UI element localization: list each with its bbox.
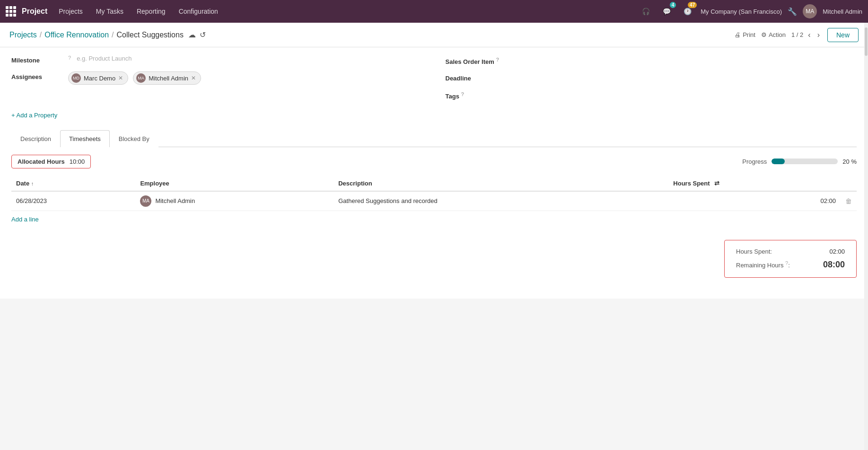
action-button[interactable]: ⚙ Action (761, 31, 786, 38)
summary-remaining-label: Remaining Hours ?: (736, 260, 790, 269)
summary-box: Hours Spent: 02:00 Remaining Hours ?: 08… (724, 240, 857, 278)
deadline-row: Deadline (446, 73, 857, 82)
avatar[interactable]: MA (803, 4, 817, 18)
summary-section: Hours Spent: 02:00 Remaining Hours ?: 08… (11, 230, 857, 287)
pagination: 1 / 2 ‹ › (791, 30, 822, 40)
table-header-row: Date ↑ Employee Description Hours Spent … (11, 176, 857, 191)
milestone-label: Milestone (11, 55, 68, 64)
cloud-upload-icon[interactable]: ☁ (188, 30, 196, 39)
cell-description: Gathered Suggestions and recorded (333, 191, 668, 211)
tags-row: Tags ? (446, 89, 857, 100)
allocated-label: Allocated Hours (18, 158, 65, 165)
sales-order-help-icon[interactable]: ? (496, 57, 499, 62)
chat-icon-btn[interactable]: 💬 4 (659, 4, 674, 19)
allocated-hours-box: Allocated Hours 10:00 (11, 155, 91, 168)
nav-configuration[interactable]: Configuration (173, 5, 224, 18)
tabs: Description Timesheets Blocked By (11, 130, 857, 147)
headset-icon: 🎧 (642, 8, 650, 15)
remaining-help-icon[interactable]: ? (785, 260, 788, 266)
add-line-btn[interactable]: Add a line (11, 216, 39, 223)
deadline-label: Deadline (446, 73, 512, 82)
app-logo[interactable]: Project (6, 6, 47, 17)
breadcrumb-office[interactable]: Office Rennovation (44, 31, 109, 39)
chat-icon: 💬 (663, 8, 671, 15)
clock-icon: 🕐 (684, 8, 692, 15)
next-page-button[interactable]: › (815, 30, 822, 40)
emp-name: Mitchell Admin (155, 197, 195, 204)
tags-help-icon[interactable]: ? (461, 91, 465, 97)
support-icon-btn[interactable]: 🎧 (638, 4, 653, 19)
assignee-name-marc: Marc Demo (84, 75, 115, 82)
clock-badge: 47 (688, 2, 697, 8)
breadcrumb-current: Collect Suggestions (117, 31, 184, 39)
clock-icon-btn[interactable]: 🕐 47 (680, 4, 695, 19)
grid-icon (6, 6, 16, 17)
gear-icon: ⚙ (761, 31, 767, 38)
tab-blocked-by[interactable]: Blocked By (110, 130, 158, 147)
col-header-actions (841, 176, 857, 191)
allocated-value[interactable]: 10:00 (70, 158, 85, 165)
cell-employee: MA Mitchell Admin (135, 191, 333, 211)
cell-delete: 🗑 (841, 191, 857, 211)
form-two-col: Milestone ? e.g. Product Launch Assignee… (11, 55, 857, 108)
main-content: Milestone ? e.g. Product Launch Assignee… (0, 47, 868, 299)
col-header-date: Date ↑ (11, 176, 135, 191)
breadcrumb-sep-1: / (40, 31, 42, 39)
breadcrumb-sep-2: / (112, 31, 114, 39)
emp-avatar: MA (140, 195, 151, 207)
assignee-avatar-marc: MD (71, 73, 81, 83)
progress-label: Progress (742, 158, 767, 165)
user-label: Mitchell Admin (823, 8, 862, 15)
tags-label: Tags ? (446, 89, 512, 100)
summary-remaining-value: 08:00 (823, 260, 845, 270)
assignee-name-mitchell: Mitchell Admin (149, 75, 188, 82)
sort-date-icon[interactable]: ↑ (31, 181, 34, 186)
chat-badge: 4 (670, 2, 676, 8)
sales-order-label: Sales Order Item ? (446, 55, 512, 65)
prev-page-button[interactable]: ‹ (806, 30, 812, 40)
nav-reporting[interactable]: Reporting (131, 5, 171, 18)
assignee-remove-marc[interactable]: ✕ (118, 75, 123, 81)
add-property-btn[interactable]: + Add a Property (11, 112, 857, 119)
breadcrumb-icons: ☁ ↺ (188, 30, 206, 39)
scrollbar[interactable] (864, 23, 868, 299)
progress-bar (772, 159, 838, 164)
refresh-icon[interactable]: ↺ (200, 30, 206, 39)
assignee-remove-mitchell[interactable]: ✕ (191, 75, 196, 81)
new-button[interactable]: New (827, 28, 859, 42)
assignees-label: Assignees (11, 71, 68, 80)
form-col-right: Sales Order Item ? Deadline Tags ? (434, 55, 857, 108)
printer-icon: 🖨 (735, 31, 741, 38)
summary-remaining-row: Remaining Hours ?: 08:00 (736, 260, 845, 270)
col-header-description: Description (333, 176, 668, 191)
settings-icon[interactable]: 🔧 (788, 7, 797, 16)
nav-projects[interactable]: Projects (53, 5, 88, 18)
progress-section: Progress 20 % (742, 158, 857, 165)
milestone-input[interactable]: e.g. Product Launch (77, 55, 132, 62)
summary-hours-spent-value: 02:00 (829, 248, 845, 255)
form-col-left: Milestone ? e.g. Product Launch Assignee… (11, 55, 434, 108)
col-header-hours-spent: Hours Spent ⇄ (668, 176, 841, 191)
tab-timesheets[interactable]: Timesheets (60, 130, 110, 147)
timesheet-table: Date ↑ Employee Description Hours Spent … (11, 176, 857, 211)
cell-date: 06/28/2023 (11, 191, 135, 211)
timesheets-content: Allocated Hours 10:00 Progress 20 % Date… (11, 147, 857, 230)
company-label[interactable]: My Company (San Francisco) (701, 8, 782, 15)
assignee-tag-mitchell: MA Mitchell Admin ✕ (133, 71, 201, 85)
print-button[interactable]: 🖨 Print (735, 31, 755, 38)
milestone-help-icon[interactable]: ? (68, 55, 71, 61)
delete-row-icon[interactable]: 🗑 (845, 197, 852, 205)
summary-hours-spent-row: Hours Spent: 02:00 (736, 248, 845, 255)
allocated-row: Allocated Hours 10:00 Progress 20 % (11, 155, 857, 168)
col-header-employee: Employee (135, 176, 333, 191)
form-section: Milestone ? e.g. Product Launch Assignee… (11, 47, 857, 126)
nav-my-tasks[interactable]: My Tasks (90, 5, 129, 18)
breadcrumb-projects[interactable]: Projects (9, 31, 37, 39)
columns-config-icon[interactable]: ⇄ (714, 180, 719, 187)
table-row: 06/28/2023 MA Mitchell Admin Gathered Su… (11, 191, 857, 211)
assignee-avatar-mitchell: MA (136, 73, 146, 83)
breadcrumb-bar: Projects / Office Rennovation / Collect … (0, 23, 868, 47)
scrollbar-thumb[interactable] (865, 27, 868, 56)
tab-description[interactable]: Description (11, 130, 60, 147)
breadcrumb-actions: 🖨 Print ⚙ Action 1 / 2 ‹ › New (735, 28, 859, 42)
